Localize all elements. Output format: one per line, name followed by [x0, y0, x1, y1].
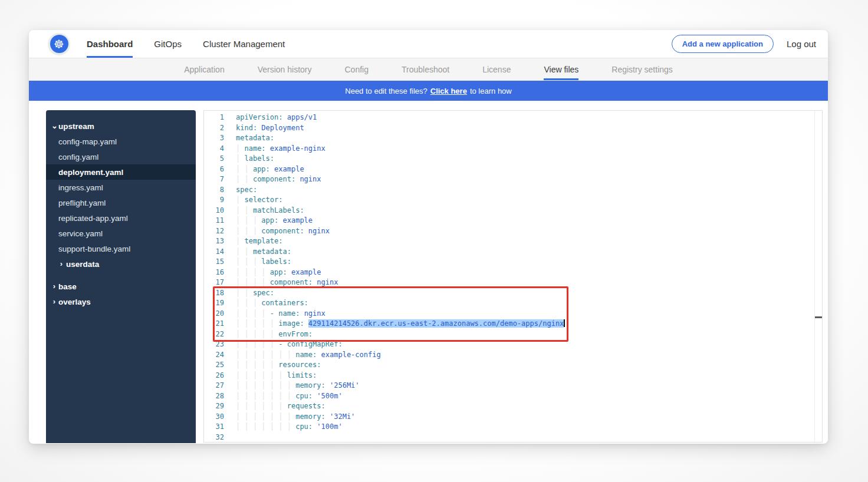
indent-guide: │: [253, 381, 261, 389]
code-line: 10│ │ matchLabels:: [204, 206, 822, 216]
indent-guide: │: [236, 175, 244, 183]
code-text: │ │ │ │ │ resources:: [224, 360, 321, 371]
indent-guide: │: [244, 392, 252, 400]
indent-guide: │: [236, 309, 244, 318]
yaml-value: nginx: [304, 309, 326, 318]
indent-guide: │: [287, 351, 295, 359]
chevron-right-icon: ›: [51, 282, 57, 290]
tab-application[interactable]: Application: [184, 58, 225, 80]
tree-item-userdata[interactable]: ›userdata: [46, 256, 196, 272]
indent-guide: │: [244, 175, 252, 183]
yaml-key: component:: [253, 175, 295, 183]
indent-guide: │: [236, 227, 244, 235]
main-nav: DashboardGitOpsCluster Management: [87, 30, 285, 58]
code-text: │ │ │ │ │ - configMapRef:: [224, 339, 343, 350]
indent-guide: │: [236, 330, 244, 338]
line-number: 16: [204, 268, 224, 278]
tab-license[interactable]: License: [482, 58, 511, 80]
yaml-key: app:: [253, 165, 270, 173]
line-number: 12: [204, 226, 224, 237]
code-text: │ │ │ │ │ │ │ memory: '256Mi': [224, 381, 360, 391]
add-application-button[interactable]: Add a new application: [672, 35, 774, 53]
indent-guide: │: [270, 422, 278, 431]
code-line: 27│ │ │ │ │ │ │ memory: '256Mi': [204, 381, 822, 391]
tree-item-replicated-app-yaml[interactable]: replicated-app.yaml: [46, 210, 196, 226]
tab-version-history[interactable]: Version history: [258, 58, 312, 80]
code-line: 7│ │ component: nginx: [204, 174, 822, 185]
indent-guide: │: [236, 381, 244, 389]
yaml-key: image:: [278, 319, 304, 328]
nav-item-cluster-management[interactable]: Cluster Management: [203, 30, 285, 58]
yaml-value: nginx: [300, 175, 321, 183]
indent-guide: │: [278, 412, 287, 421]
code-line: 18│ │ spec:: [204, 288, 822, 299]
yaml-key: kind:: [236, 124, 257, 132]
indent-guide: │: [244, 257, 252, 266]
tree-item-upstream[interactable]: ⌄upstream: [46, 118, 196, 134]
line-number: 27: [204, 381, 224, 391]
tab-registry-settings[interactable]: Registry settings: [611, 58, 672, 80]
tree-item-support-bundle-yaml[interactable]: support-bundle.yaml: [46, 241, 196, 256]
indent-guide: │: [253, 371, 261, 379]
indent-guide: │: [244, 381, 252, 389]
indent-guide: │: [244, 278, 252, 286]
tree-item-ingress-yaml[interactable]: ingress.yaml: [46, 180, 196, 195]
tree-item-label: ingress.yaml: [58, 183, 103, 192]
code-text: │ │ │ │ │ │ │ name: example-config: [224, 350, 381, 361]
indent-guide: │: [236, 257, 244, 266]
indent-guide: │: [287, 381, 295, 389]
tree-item-deployment-yaml[interactable]: deployment.yaml: [46, 164, 196, 180]
code-line: 29│ │ │ │ │ │ requests:: [204, 401, 822, 412]
tree-item-base[interactable]: ›base: [46, 279, 196, 294]
code-line: 4│ name: example-nginx: [204, 144, 822, 154]
tree-item-config-yaml[interactable]: config.yaml: [46, 149, 196, 164]
line-number: 15: [204, 257, 224, 268]
indent-guide: │: [261, 330, 269, 338]
tab-view-files[interactable]: View files: [544, 58, 578, 80]
indent-guide: │: [253, 330, 261, 338]
indent-guide: │: [270, 392, 278, 400]
tree-item-service-yaml[interactable]: service.yaml: [46, 226, 196, 241]
logout-link[interactable]: Log out: [787, 39, 816, 49]
line-number: 20: [204, 309, 224, 319]
yaml-key: spec:: [236, 186, 257, 194]
code-text: │ │ app: example: [224, 164, 304, 175]
indent-guide: │: [261, 340, 269, 348]
line-number: 7: [204, 174, 224, 185]
app-logo[interactable]: ☸: [48, 33, 70, 55]
indent-guide: │: [253, 299, 261, 307]
line-number: 14: [204, 247, 224, 257]
code-text: kind: Deployment: [224, 123, 304, 134]
indent-guide: │: [253, 216, 261, 225]
yaml-value: '32Mi': [330, 412, 355, 421]
line-number: 5: [204, 154, 224, 164]
code-line: 22│ │ │ │ │ envFrom:: [204, 329, 822, 340]
tree-item-label: config-map.yaml: [58, 137, 117, 146]
code-line: 17│ │ │ │ component: nginx: [204, 278, 822, 288]
yaml-value: example-nginx: [270, 144, 326, 153]
code-text: │ │ │ │ │ image: 429114214526.dkr.ecr.us…: [224, 319, 565, 329]
view-files-content: ⌄upstreamconfig-map.yamlconfig.yamldeplo…: [29, 101, 828, 443]
banner-click-here-link[interactable]: Click here: [430, 87, 467, 95]
editor-overview-ruler[interactable]: [814, 111, 822, 442]
code-text: │ labels:: [224, 154, 274, 164]
tab-config[interactable]: Config: [345, 58, 369, 80]
indent-guide: │: [244, 351, 252, 359]
editor-code-area[interactable]: 1apiVersion: apps/v12kind: Deployment3me…: [204, 111, 822, 442]
code-text: │ │ │ │ app: example: [224, 268, 321, 278]
code-line: 30│ │ │ │ │ │ │ memory: '32Mi': [204, 412, 822, 422]
yaml-key: metadata:: [236, 134, 274, 142]
tree-item-overlays[interactable]: ›overlays: [46, 294, 196, 309]
indent-guide: │: [287, 422, 295, 431]
tab-troubleshoot[interactable]: Troubleshoot: [402, 58, 449, 80]
nav-item-gitops[interactable]: GitOps: [154, 30, 182, 58]
header-actions: Add a new application Log out: [672, 35, 828, 53]
tree-item-config-map-yaml[interactable]: config-map.yaml: [46, 134, 196, 149]
nav-item-dashboard[interactable]: Dashboard: [87, 30, 133, 58]
indent-guide: │: [270, 319, 278, 328]
tree-item-preflight-yaml[interactable]: preflight.yaml: [46, 195, 196, 210]
indent-guide: │: [270, 412, 278, 421]
code-line: 28│ │ │ │ │ │ │ cpu: '500m': [204, 391, 822, 402]
tree-item-label: overlays: [58, 298, 91, 306]
admin-console-window: ☸ DashboardGitOpsCluster Management Add …: [29, 30, 828, 444]
